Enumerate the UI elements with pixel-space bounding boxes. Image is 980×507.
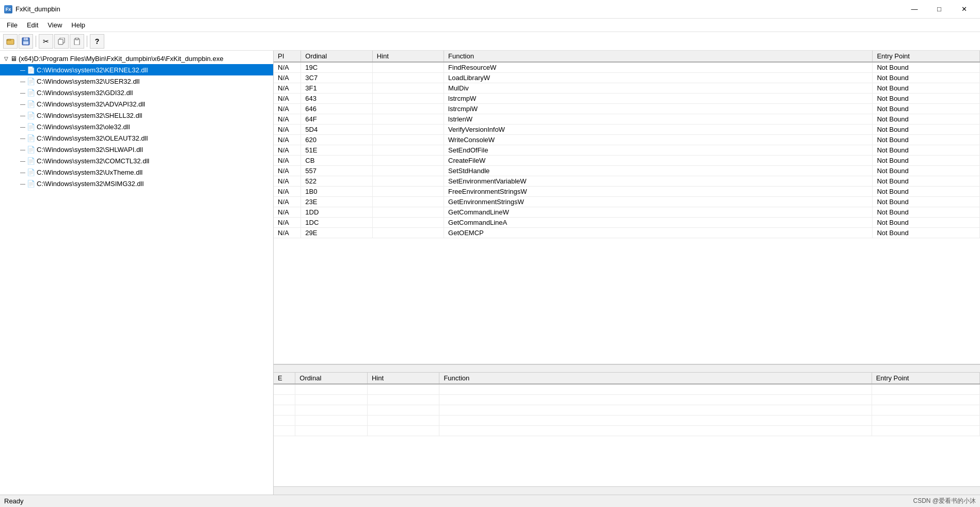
- tree-leaf-icon: —: [19, 124, 27, 130]
- tree-item[interactable]: — 📄 C:\Windows\system32\GDI32.dll: [0, 87, 273, 98]
- cell-pi: N/A: [274, 228, 301, 238]
- tree-dll-icon: 📄: [27, 168, 35, 176]
- cell-e: [274, 416, 295, 426]
- tree-item[interactable]: — 📄 C:\Windows\system32\UxTheme.dll: [0, 166, 273, 178]
- cell-entrypoint-e: [872, 395, 979, 405]
- table-row[interactable]: N/A 19C FindResourceW Not Bound: [274, 62, 980, 73]
- toolbar-save-button[interactable]: [19, 34, 33, 49]
- tree-item[interactable]: — 📄 C:\Windows\system32\SHLWAPI.dll: [0, 144, 273, 155]
- table-row[interactable]: N/A 646 lstrcmpiW Not Bound: [274, 104, 980, 114]
- tree-dll-icon: 📄: [27, 123, 35, 131]
- menu-help[interactable]: Help: [67, 20, 90, 30]
- tree-leaf-icon: —: [19, 170, 27, 175]
- horizontal-scrollbar[interactable]: [274, 364, 980, 373]
- table-row[interactable]: N/A 5D4 VerifyVersionInfoW Not Bound: [274, 125, 980, 135]
- menu-edit[interactable]: Edit: [22, 20, 43, 30]
- table-row: [274, 426, 980, 436]
- status-watermark: CSDN @爱看书的小沐: [913, 497, 976, 505]
- toolbar-separator-1: [36, 36, 36, 47]
- bottom-horizontal-scrollbar[interactable]: [274, 486, 980, 495]
- tree-root[interactable]: ▽ 🖥 (x64)D:\Program Files\MyBin\FxKit_du…: [0, 53, 273, 64]
- table-row[interactable]: N/A 3C7 LoadLibraryW Not Bound: [274, 73, 980, 83]
- restore-button[interactable]: □: [927, 2, 951, 17]
- cell-entrypoint: Not Bound: [873, 62, 980, 73]
- table-row[interactable]: N/A CB CreateFileW Not Bound: [274, 156, 980, 166]
- menu-file[interactable]: File: [2, 20, 22, 30]
- menu-view[interactable]: View: [43, 20, 67, 30]
- tree-toggle-icon[interactable]: ▽: [2, 56, 10, 62]
- toolbar-paste-button[interactable]: [70, 34, 84, 49]
- table-row[interactable]: N/A 1DC GetCommandLineA Not Bound: [274, 218, 980, 228]
- cell-ordinal: 5D4: [301, 125, 372, 135]
- table-row[interactable]: N/A 557 SetStdHandle Not Bound: [274, 166, 980, 176]
- tree-root-label: (x64)D:\Program Files\MyBin\FxKit_dumpbi…: [19, 55, 224, 63]
- cell-pi: N/A: [274, 207, 301, 218]
- tree-item[interactable]: — 📄 C:\Windows\system32\OLEAUT32.dll: [0, 132, 273, 144]
- menu-bar: File Edit View Help: [0, 19, 980, 32]
- close-button[interactable]: ✕: [952, 2, 976, 17]
- toolbar-separator-2: [87, 36, 87, 47]
- table-row[interactable]: N/A 51E SetEndOfFile Not Bound: [274, 145, 980, 156]
- cell-ordinal: 620: [301, 135, 372, 145]
- cell-ordinal: 1DC: [301, 218, 372, 228]
- table-row[interactable]: N/A 643 lstrcmpW Not Bound: [274, 94, 980, 104]
- import-table: PI Ordinal Hint Function Entry Point N/A…: [274, 51, 980, 238]
- table-row[interactable]: N/A 1DD GetCommandLineW Not Bound: [274, 207, 980, 218]
- cell-pi: N/A: [274, 145, 301, 156]
- cell-ordinal-e: [295, 384, 368, 395]
- import-table-wrapper[interactable]: PI Ordinal Hint Function Entry Point N/A…: [274, 51, 980, 364]
- toolbar-open-button[interactable]: [3, 34, 18, 49]
- tree-item[interactable]: — 📄 C:\Windows\system32\MSIMG32.dll: [0, 178, 273, 189]
- cell-function: GetOEMCP: [444, 228, 873, 238]
- toolbar-help-button[interactable]: ?: [90, 34, 104, 49]
- col-header-ordinal-e: Ordinal: [295, 373, 368, 384]
- cell-pi: N/A: [274, 187, 301, 197]
- cell-hint: [372, 135, 444, 145]
- cell-pi: N/A: [274, 125, 301, 135]
- toolbar-copy-button[interactable]: [54, 34, 69, 49]
- cell-hint-e: [367, 426, 439, 436]
- cell-pi: N/A: [274, 176, 301, 187]
- svg-rect-3: [23, 41, 28, 44]
- cell-hint: [372, 83, 444, 94]
- table-row[interactable]: N/A 1B0 FreeEnvironmentStringsW Not Boun…: [274, 187, 980, 197]
- cell-function: SetStdHandle: [444, 166, 873, 176]
- tree-item-label: C:\Windows\system32\KERNEL32.dll: [37, 66, 148, 74]
- tree-item[interactable]: — 📄 C:\Windows\system32\ADVAPI32.dll: [0, 98, 273, 110]
- cell-hint: [372, 125, 444, 135]
- cell-hint: [372, 218, 444, 228]
- table-row[interactable]: N/A 23E GetEnvironmentStringsW Not Bound: [274, 197, 980, 207]
- tree-item[interactable]: — 📄 C:\Windows\system32\COMCTL32.dll: [0, 155, 273, 166]
- table-row[interactable]: N/A 620 WriteConsoleW Not Bound: [274, 135, 980, 145]
- cell-hint: [372, 166, 444, 176]
- tree-leaf-icon: —: [19, 135, 27, 141]
- tree-item[interactable]: — 📄 C:\Windows\system32\SHELL32.dll: [0, 110, 273, 121]
- cell-hint: [372, 156, 444, 166]
- cell-hint: [372, 114, 444, 125]
- tree-item[interactable]: — 📄 C:\Windows\system32\USER32.dll: [0, 75, 273, 87]
- tree-leaf-icon: —: [19, 90, 27, 96]
- cell-entrypoint: Not Bound: [873, 197, 980, 207]
- table-row[interactable]: N/A 29E GetOEMCP Not Bound: [274, 228, 980, 238]
- table-row[interactable]: N/A 522 SetEnvironmentVariableW Not Boun…: [274, 176, 980, 187]
- cell-entrypoint-e: [872, 426, 979, 436]
- export-table-body: [274, 384, 980, 436]
- minimize-button[interactable]: —: [903, 2, 926, 17]
- table-row[interactable]: N/A 64F lstrlenW Not Bound: [274, 114, 980, 125]
- import-table-section: PI Ordinal Hint Function Entry Point N/A…: [274, 51, 980, 364]
- cell-hint: [372, 207, 444, 218]
- import-header-row: PI Ordinal Hint Function Entry Point: [274, 51, 980, 62]
- export-table-wrapper[interactable]: E Ordinal Hint Function Entry Point: [274, 373, 980, 486]
- table-row[interactable]: N/A 3F1 MulDiv Not Bound: [274, 83, 980, 94]
- svg-rect-8: [75, 38, 78, 40]
- cell-entrypoint: Not Bound: [873, 156, 980, 166]
- tree-item[interactable]: — 📄 C:\Windows\system32\ole32.dll: [0, 121, 273, 132]
- window-title: FxKit_dumpbin: [15, 5, 60, 13]
- right-panel: PI Ordinal Hint Function Entry Point N/A…: [274, 51, 980, 495]
- cell-pi: N/A: [274, 156, 301, 166]
- export-table-header: E Ordinal Hint Function Entry Point: [274, 373, 980, 384]
- toolbar-cut-button[interactable]: ✂: [39, 34, 53, 49]
- tree-item[interactable]: — 📄 C:\Windows\system32\KERNEL32.dll: [0, 64, 273, 75]
- tree-dll-icon: 📄: [27, 78, 35, 85]
- cell-function: GetEnvironmentStringsW: [444, 197, 873, 207]
